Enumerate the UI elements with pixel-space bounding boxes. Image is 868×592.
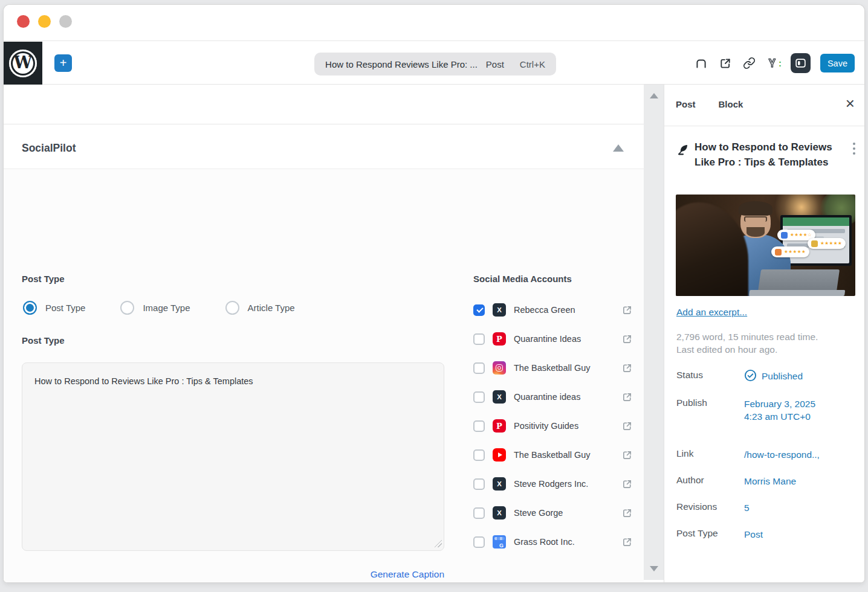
field-value-author[interactable]: Morris Mane <box>744 475 796 487</box>
copy-link-button[interactable] <box>742 56 757 71</box>
field-label: Post Type <box>676 528 744 541</box>
x-icon: X <box>493 506 506 520</box>
open-account-external-link[interactable] <box>622 450 632 460</box>
field-value-link[interactable]: /how-to-respond.., <box>744 448 820 461</box>
account-checkbox[interactable] <box>473 420 485 432</box>
account-checkbox[interactable] <box>473 536 485 548</box>
field-label: Publish <box>676 397 744 423</box>
settings-sidebar: Post Block × How to Respond to Reviews L… <box>664 85 864 582</box>
post-options-kebab-icon[interactable] <box>849 143 860 155</box>
scroll-up-arrow[interactable] <box>650 93 658 98</box>
panel-top-divider <box>4 124 644 124</box>
x-icon: X <box>493 477 506 491</box>
external-link-icon <box>622 450 632 460</box>
add-excerpt-link[interactable]: Add an excerpt... <box>676 307 747 318</box>
account-checkbox[interactable] <box>473 507 485 519</box>
editor-canvas: SocialPilot Post Type Post TypeImage Typ… <box>4 85 644 582</box>
radio-button[interactable] <box>225 301 239 315</box>
account-name: Quarantine Ideas <box>514 334 622 344</box>
minimize-window-button[interactable] <box>38 15 51 28</box>
sidebar-panel-icon <box>794 57 807 69</box>
external-link-icon <box>622 305 632 315</box>
textarea-resize-handle[interactable] <box>435 540 442 547</box>
account-name: Quarantine ideas <box>514 392 622 402</box>
editor-scrollbar[interactable] <box>644 85 664 580</box>
youtube-icon <box>493 448 506 462</box>
open-account-external-link[interactable] <box>622 479 632 489</box>
account-checkbox[interactable] <box>473 362 485 374</box>
wordpress-logo[interactable]: W <box>4 42 42 85</box>
field-label: Link <box>676 448 744 461</box>
account-row[interactable]: X Steve Rodgers Inc. <box>473 469 632 498</box>
account-name: Positivity Guides <box>514 421 622 431</box>
open-account-external-link[interactable] <box>622 363 632 373</box>
account-row[interactable]: P Positivity Guides <box>473 411 632 440</box>
close-sidebar-button[interactable]: × <box>846 95 855 111</box>
field-value-status[interactable]: Published <box>744 370 803 382</box>
field-value-post-type[interactable]: Post <box>744 528 763 541</box>
account-row[interactable]: X Rebecca Green <box>473 295 632 324</box>
search-post-title: How to Respond Reviews Like Pro: ... <box>325 59 478 69</box>
save-button[interactable]: Save <box>820 54 855 72</box>
tab-post[interactable]: Post <box>676 99 696 109</box>
open-account-external-link[interactable] <box>622 392 632 402</box>
external-link-icon <box>622 479 632 489</box>
account-name: Rebecca Green <box>514 305 622 315</box>
yoast-seo-icon <box>766 57 778 69</box>
socialpilot-panel-title: SocialPilot <box>22 142 76 155</box>
account-checkbox[interactable] <box>473 304 485 316</box>
post-meta-summary: 2,796 word, 15 minutes read time. Last e… <box>676 330 818 356</box>
account-row[interactable]: X Steve Gorge <box>473 498 632 527</box>
post-field-row: Revisions 5 <box>676 501 855 514</box>
tab-block[interactable]: Block <box>719 99 743 109</box>
scroll-down-arrow[interactable] <box>650 566 658 571</box>
google-business-icon: G <box>493 535 506 549</box>
post-type-radio-group: Post TypeImage TypeArticle Type <box>23 301 295 315</box>
account-row[interactable]: The Basketball Guy <box>473 353 632 382</box>
open-account-external-link[interactable] <box>622 305 632 315</box>
radio-button[interactable] <box>23 301 37 315</box>
account-checkbox[interactable] <box>473 449 485 461</box>
sidebar-tabs-divider <box>664 126 864 126</box>
add-block-button[interactable]: + <box>54 54 72 72</box>
pinterest-icon: P <box>493 419 506 433</box>
field-value-revisions[interactable]: 5 <box>744 501 750 514</box>
caption-textarea[interactable]: How to Respond to Reviews Like Pro : Tip… <box>22 362 444 551</box>
account-checkbox[interactable] <box>473 391 485 403</box>
admin-toolbar: W + How to Respond Reviews Like Pro: ...… <box>4 42 864 85</box>
radio-label: Image Type <box>143 303 190 313</box>
field-label: Status <box>676 370 744 382</box>
account-row[interactable]: P Quarantine Ideas <box>473 324 632 353</box>
close-window-button[interactable] <box>17 15 30 28</box>
radio-label: Article Type <box>248 303 295 313</box>
account-row[interactable]: X Quarantine ideas <box>473 382 632 411</box>
featured-image[interactable]: ★★★★★ ★★★★☆ ★★★★★ <box>676 195 855 296</box>
radio-button[interactable] <box>120 301 134 315</box>
radio-image-type[interactable]: Image Type <box>120 301 190 315</box>
socialpilot-panel-body: Post Type Post TypeImage TypeArticle Typ… <box>4 169 644 582</box>
field-value-publish[interactable]: February 3, 2025 4:23 am UTC+0 <box>744 397 815 423</box>
open-account-external-link[interactable] <box>622 537 632 547</box>
radio-post-type[interactable]: Post Type <box>23 301 85 315</box>
radio-label: Post Type <box>45 303 85 313</box>
radio-article-type[interactable]: Article Type <box>225 301 295 315</box>
yoast-seo-button[interactable]: : <box>766 56 781 71</box>
open-account-external-link[interactable] <box>622 334 632 344</box>
settings-sidebar-toggle[interactable] <box>791 53 811 73</box>
account-checkbox[interactable] <box>473 478 485 490</box>
instagram-icon <box>493 361 506 375</box>
preview-button[interactable] <box>694 56 708 71</box>
open-account-external-link[interactable] <box>622 508 632 518</box>
zoom-window-button[interactable] <box>59 15 72 28</box>
pinterest-icon: P <box>493 332 506 346</box>
command-search-bar[interactable]: How to Respond Reviews Like Pro: ... Pos… <box>314 53 556 76</box>
view-post-button[interactable] <box>718 56 733 71</box>
app-window: W + How to Respond Reviews Like Pro: ...… <box>4 5 864 582</box>
account-row[interactable]: G Grass Root Inc. <box>473 527 632 556</box>
account-checkbox[interactable] <box>473 333 485 345</box>
generate-caption-link[interactable]: Generate Caption <box>264 569 444 580</box>
open-account-external-link[interactable] <box>622 421 632 431</box>
collapse-panel-icon[interactable] <box>613 144 624 152</box>
account-row[interactable]: The Basketball Guy <box>473 440 632 469</box>
post-field-row: Author Morris Mane <box>676 475 855 487</box>
